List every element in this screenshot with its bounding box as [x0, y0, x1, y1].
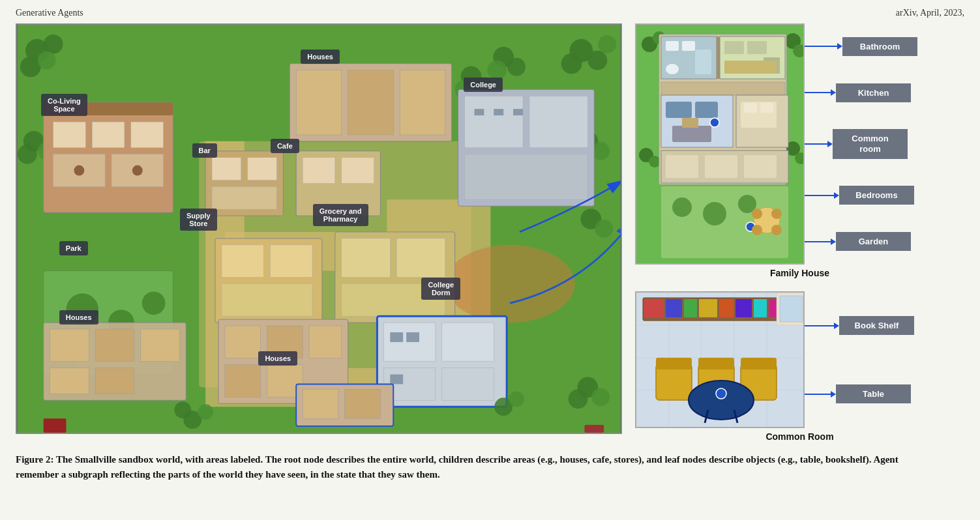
svg-rect-97: [584, 425, 604, 433]
table-arrow: [805, 391, 836, 397]
svg-point-90: [174, 401, 191, 418]
garden-label-row: Garden: [805, 232, 917, 251]
table-label-row: Table: [805, 384, 914, 403]
svg-rect-84: [390, 375, 403, 384]
svg-rect-160: [719, 299, 734, 317]
family-house-title: Family House: [635, 268, 964, 278]
svg-rect-27: [53, 122, 86, 148]
svg-point-114: [666, 64, 679, 74]
svg-rect-51: [513, 109, 523, 115]
svg-point-63: [142, 291, 166, 315]
svg-rect-72: [225, 326, 261, 358]
svg-point-89: [198, 404, 213, 420]
svg-rect-68: [141, 329, 180, 362]
bathroom-arrow: [805, 43, 842, 50]
svg-rect-26: [44, 102, 173, 115]
table-tag: Table: [836, 384, 911, 403]
svg-rect-82: [390, 332, 403, 342]
svg-point-32: [74, 166, 84, 176]
book-shelf-label-row: Book Shelf: [805, 316, 914, 335]
svg-rect-55: [222, 283, 312, 316]
common-room-labels: Book Shelf Table: [805, 291, 914, 428]
svg-rect-170: [741, 358, 777, 369]
bathroom-label-row: Bathroom: [805, 37, 917, 56]
svg-rect-126: [682, 118, 698, 128]
caption-text: Figure 2: The Smallville sandbox world, …: [16, 454, 898, 480]
svg-rect-46: [465, 96, 523, 147]
common-room-tag: Commonroom: [833, 129, 908, 158]
svg-rect-176: [780, 296, 803, 322]
svg-rect-120: [717, 36, 720, 79]
svg-rect-87: [345, 389, 381, 418]
svg-rect-70: [95, 368, 134, 394]
svg-point-7: [561, 53, 582, 74]
svg-rect-39: [303, 158, 335, 184]
svg-rect-121: [661, 82, 785, 95]
family-house-labels: Bathroom Kitchen: [805, 23, 917, 265]
book-shelf-arrow: [805, 323, 839, 329]
common-room-diagram: Book Shelf Table: [635, 291, 964, 428]
svg-point-171: [689, 381, 754, 420]
svg-rect-83: [406, 332, 419, 342]
family-house-section: Bathroom Kitchen: [635, 23, 964, 278]
svg-rect-29: [131, 122, 164, 148]
svg-rect-134: [705, 155, 737, 178]
family-house-image: [635, 23, 805, 265]
svg-rect-116: [724, 41, 744, 54]
bathroom-tag: Bathroom: [842, 37, 917, 56]
svg-point-95: [569, 389, 588, 409]
svg-rect-36: [248, 158, 277, 181]
svg-rect-74: [309, 326, 342, 358]
svg-rect-40: [342, 158, 374, 184]
svg-point-4: [38, 51, 56, 70]
svg-point-14: [487, 61, 507, 80]
svg-rect-37: [212, 186, 276, 209]
svg-point-92: [509, 391, 524, 407]
common-room-title: Common Room: [635, 431, 964, 442]
header-left: Generative Agents: [16, 8, 83, 18]
family-house-diagram: Bathroom Kitchen: [635, 23, 964, 265]
svg-rect-162: [754, 299, 767, 317]
svg-rect-161: [735, 299, 752, 317]
bedrooms-tag: Bedrooms: [839, 186, 914, 205]
garden-arrow: [805, 238, 836, 245]
svg-rect-53: [222, 245, 264, 278]
svg-point-127: [710, 118, 719, 127]
svg-rect-133: [666, 155, 698, 178]
bedrooms-label-row: Bedrooms: [805, 186, 917, 205]
common-room-label-row: Commonroom: [805, 129, 917, 158]
svg-rect-58: [396, 238, 445, 278]
svg-rect-69: [50, 368, 89, 394]
figure-caption: Figure 2: The Smallville sandbox world, …: [0, 444, 952, 489]
svg-point-137: [672, 197, 692, 217]
svg-point-144: [752, 225, 762, 235]
svg-rect-130: [744, 103, 757, 113]
svg-point-8: [598, 35, 616, 53]
svg-rect-157: [666, 299, 682, 317]
svg-rect-117: [747, 41, 767, 54]
svg-rect-165: [656, 364, 692, 400]
svg-point-106: [649, 156, 661, 167]
book-shelf-tag: Book Shelf: [839, 316, 914, 335]
svg-rect-49: [474, 109, 484, 115]
svg-rect-73: [267, 326, 303, 358]
right-panel: Bathroom Kitchen: [635, 23, 964, 444]
svg-point-61: [66, 293, 98, 326]
svg-rect-131: [760, 103, 773, 113]
svg-rect-113: [695, 50, 711, 74]
bedrooms-arrow: [805, 192, 839, 199]
svg-rect-135: [744, 155, 777, 178]
svg-rect-43: [348, 70, 394, 135]
svg-point-174: [716, 388, 726, 399]
svg-point-142: [752, 209, 762, 219]
svg-point-33: [132, 166, 143, 176]
svg-rect-57: [342, 238, 391, 278]
common-room-image: [635, 291, 805, 428]
svg-rect-123: [666, 102, 692, 118]
svg-point-22: [18, 145, 37, 164]
svg-rect-81: [442, 368, 494, 401]
svg-rect-47: [529, 96, 587, 147]
svg-rect-124: [695, 102, 718, 118]
svg-rect-66: [50, 329, 89, 362]
svg-rect-50: [494, 109, 503, 115]
